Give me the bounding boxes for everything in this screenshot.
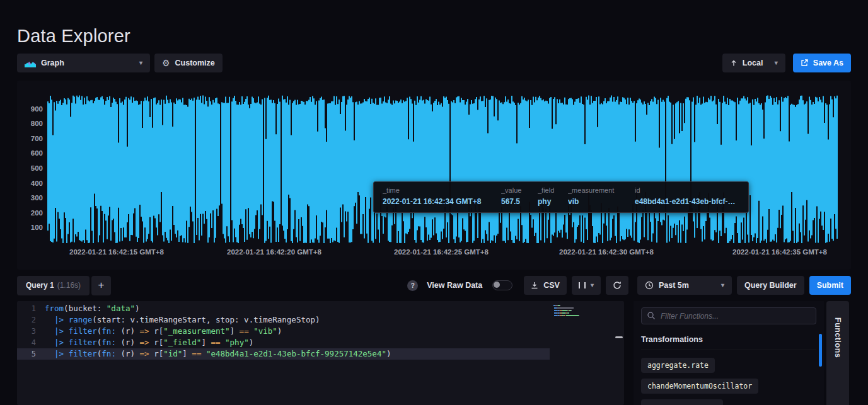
query-bar-actions: ? View Raw Data CSV ▾: [407, 276, 851, 295]
visualization-type-dropdown[interactable]: Graph ▾: [17, 54, 150, 72]
local-dropdown[interactable]: Local ▾: [722, 54, 785, 72]
tooltip-column-header: id: [635, 186, 739, 194]
time-range-label: Past 5m: [659, 281, 689, 290]
code-token: [45, 337, 54, 348]
y-tick-label: 300: [17, 194, 43, 202]
code-token: |>: [54, 314, 69, 326]
function-search: [641, 307, 816, 324]
code-token: ==: [192, 348, 201, 360]
chevron-down-icon: ▾: [775, 60, 778, 66]
pause-icon: [579, 282, 586, 288]
code-token: ==: [240, 326, 249, 337]
customize-button[interactable]: ⚙ Customize: [154, 54, 223, 72]
y-tick-label: 500: [17, 164, 43, 172]
toggle-knob: [494, 282, 500, 288]
chevron-down-icon: ▾: [139, 60, 142, 66]
code-token: =>: [140, 337, 149, 348]
x-tick-label: 2022-01-21 16:42:25 GMT+8: [394, 248, 489, 256]
minimap-handle[interactable]: [615, 336, 623, 338]
pause-refresh-button[interactable]: ▾: [572, 276, 601, 295]
code-token: ]: [182, 348, 192, 360]
x-tick-label: 2022-01-21 16:42:30 GMT+8: [559, 248, 654, 256]
csv-download-button[interactable]: CSV: [524, 276, 567, 295]
tooltip-column: _fieldphy: [538, 186, 562, 208]
code-token: "data": [107, 303, 135, 314]
clock-icon: [645, 281, 654, 290]
code-line[interactable]: 4 |> filter(fn: (r) => r["_field"] == "p…: [17, 337, 550, 348]
line-number: 5: [17, 348, 45, 360]
panel-scrollbar-thumb[interactable]: [819, 334, 822, 367]
code-token: ): [249, 337, 254, 348]
local-label: Local: [743, 59, 763, 67]
code-token: (start: v.timeRangeStart, stop: v.timeRa…: [92, 314, 320, 326]
help-icon[interactable]: ?: [407, 280, 418, 291]
chevron-down-icon: ▾: [721, 282, 724, 288]
code-line[interactable]: 3 |> filter(fn: (r) => r["_measurement"]…: [17, 326, 550, 337]
transformations-section-title: Transformations: [641, 335, 816, 350]
save-as-button[interactable]: Save As: [793, 54, 851, 72]
x-axis-labels: 2022-01-21 16:42:15 GMT+82022-01-21 16:4…: [17, 248, 851, 258]
y-axis-labels: 900800700600500400300200100: [17, 81, 43, 270]
query-builder-button[interactable]: Query Builder: [737, 276, 804, 295]
search-icon: [647, 311, 656, 322]
export-icon: [801, 59, 808, 67]
code-token: =>: [140, 348, 149, 360]
tooltip-column: _measurementvib: [568, 186, 628, 208]
code-token: [45, 348, 54, 360]
page-title: Data Explorer: [17, 26, 130, 47]
time-series-plot[interactable]: [47, 94, 838, 244]
query-tab-label: Query 1: [26, 281, 54, 290]
code-token: |>: [54, 348, 69, 360]
series-phy: [48, 95, 837, 243]
y-tick-label: 600: [17, 149, 43, 157]
function-item[interactable]: aggregate.rate: [641, 358, 715, 373]
query-duration: (1.16s): [57, 281, 81, 290]
line-number: 4: [17, 337, 45, 348]
function-item-partial[interactable]: [641, 399, 723, 405]
code-token: ]: [201, 337, 211, 348]
view-raw-data-label: View Raw Data: [427, 281, 482, 290]
code-token: r[: [149, 326, 164, 337]
tooltip-column-value: vib: [568, 197, 628, 206]
code-token: ==: [211, 337, 220, 348]
code-token: "id": [163, 348, 182, 360]
x-tick-label: 2022-01-21 16:42:20 GMT+8: [227, 248, 321, 256]
upload-arrow-icon: [730, 59, 738, 67]
y-tick-label: 800: [17, 120, 43, 127]
add-query-button[interactable]: +: [91, 276, 111, 295]
code-token: "phy": [225, 337, 249, 348]
code-token: "_field": [163, 337, 201, 348]
code-token: "vib": [253, 326, 277, 337]
code-token: (: [97, 348, 102, 360]
editor-minimap[interactable]: [550, 301, 624, 405]
tooltip-column-header: _field: [538, 186, 562, 194]
chevron-down-icon: ▾: [591, 282, 594, 288]
data-explorer-page: Data Explorer Graph ▾ ⚙ Customize: [0, 0, 868, 405]
functions-side-tab[interactable]: Functions: [826, 301, 849, 405]
toolbar-left-group: Graph ▾ ⚙ Customize: [17, 54, 223, 72]
functions-list: aggregate.ratechandeMomentumOscillator: [641, 358, 816, 405]
code-token: from: [45, 303, 64, 314]
filter-functions-input[interactable]: [641, 307, 816, 324]
refresh-icon: [613, 281, 622, 290]
time-range-dropdown[interactable]: Past 5m ▾: [637, 276, 732, 295]
query-tab[interactable]: Query 1 (1.16s): [17, 276, 90, 295]
code-line[interactable]: 2 |> range(start: v.timeRangeStart, stop…: [17, 314, 550, 326]
graph-type-icon: [25, 59, 36, 67]
code-token: ): [386, 348, 391, 360]
code-token: |>: [54, 326, 69, 337]
code-token: "_measurement": [163, 326, 229, 337]
code-line[interactable]: 1from(bucket: "data"): [17, 303, 550, 314]
code-token: =>: [140, 326, 149, 337]
tooltip-column: ide48bd4a1-e2d1-43eb-bfcf-992...: [635, 186, 739, 208]
view-raw-data-toggle[interactable]: [492, 280, 512, 290]
save-as-label: Save As: [813, 59, 843, 67]
refresh-button[interactable]: [606, 276, 628, 295]
line-number: 2: [17, 314, 45, 326]
code-token: (r): [116, 326, 140, 337]
flux-editor[interactable]: 1from(bucket: "data")2 |> range(start: v…: [17, 301, 624, 405]
submit-button[interactable]: Submit: [809, 276, 851, 295]
function-item[interactable]: chandeMomentumOscillator: [641, 379, 758, 394]
toolbar-right-group: Local ▾ Save As: [722, 54, 851, 72]
code-line[interactable]: 5 |> filter(fn: (r) => r["id"] == "e48bd…: [17, 348, 550, 360]
